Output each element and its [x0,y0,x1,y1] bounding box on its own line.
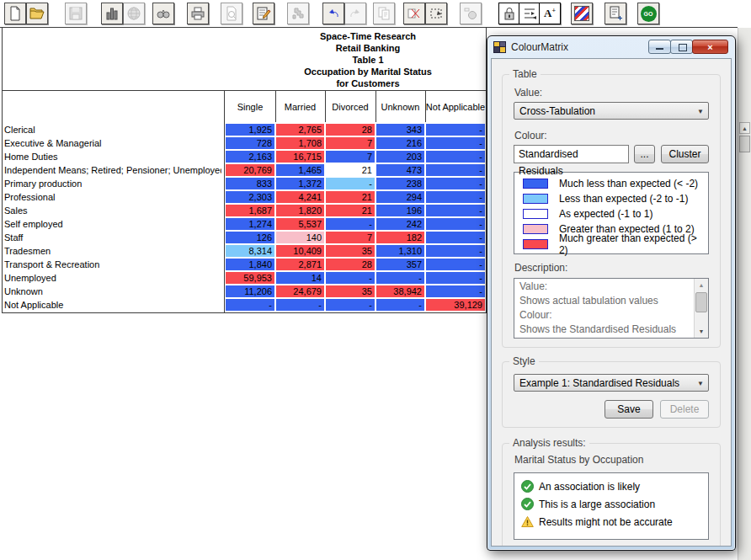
column-header[interactable]: Married [275,91,325,122]
table-cell: 14 [276,272,324,284]
row-label: Unknown [4,285,221,298]
table-row: Self employed1,2745,537-242- [3,217,486,231]
table-cell: 473 [376,164,424,176]
column-header[interactable]: Single [225,91,275,122]
clear-circle-icon [462,5,479,22]
view-chart-button[interactable] [101,3,123,24]
main-vertical-scrollbar[interactable]: ▲ [738,28,751,560]
print-button[interactable] [187,3,209,24]
colour-matrix-button[interactable] [571,3,593,24]
colour-matrix-icon [574,6,589,21]
table-row: Executive & Managerial7281,7087216- [3,136,486,150]
row-label: Sales [4,204,221,217]
analysis-result-text: This is a large association [539,499,655,510]
table-cell: 728 [226,137,274,149]
table-cell: 343 [376,124,424,136]
table-cell: 1,274 [226,218,274,230]
column-header[interactable]: Unknown [376,91,425,122]
table-cell: - [376,299,424,311]
scroll-down-icon[interactable]: ▼ [695,325,708,338]
go-button[interactable]: GO [637,3,659,24]
resize-table-button[interactable] [425,3,447,24]
table-bottom-border [2,312,487,313]
table-row: Transport & Recreation1,8402,87128357- [3,258,486,271]
table-row: Not Applicable----39,129 [3,298,486,312]
close-icon[interactable]: × [692,40,728,54]
table-cell: 203 [376,151,424,163]
colour-input[interactable]: Standardised Residuals [514,145,629,163]
table-row: Unemployed59,95314--- [3,271,486,285]
header-separator [325,91,326,122]
legend-swatch-much_less [523,179,548,189]
copy-icon [376,5,392,22]
table-cell: - [426,191,485,203]
legend-item: Much less than expected (< -2) [514,176,708,191]
toolbar: A+GO [0,0,751,27]
main-window: A+GO Space-Time ResearchRetail BankingTa… [0,0,751,560]
column-header[interactable]: Divorced [325,91,376,122]
table-cell: - [426,232,485,243]
save-button[interactable]: Save [605,400,653,419]
table-cell: - [426,218,485,230]
legend-label: As expected (-1 to 1) [559,208,652,220]
new-table-window-button[interactable] [605,3,626,24]
edit-annotations-button[interactable] [253,3,274,24]
table-cell: 294 [376,191,424,203]
table-cell: 1,820 [276,205,324,216]
description-scrollbar[interactable]: ▲ ▼ [694,279,708,338]
table-cell: 216 [376,137,424,149]
column-header[interactable]: Not Applicable [425,91,486,122]
analysis-result-item: An association is likely [521,477,701,495]
analysis-results-list: An association is likelyThis is a large … [514,472,709,540]
tools-button [287,3,309,24]
table-cell: 2,765 [276,124,324,136]
legend-swatch-as_expected [523,209,548,219]
table-group: Table Value: Cross-Tabulation ▼ Colour: … [502,74,721,348]
check-icon [521,480,534,493]
table-row: Professional2,3034,24121294- [3,190,486,204]
font-size-button[interactable]: A+ [539,3,561,24]
scrollbar-thumb[interactable] [695,292,707,312]
open-button[interactable] [26,3,48,24]
table-cell: 59,953 [226,272,274,284]
undo-button[interactable] [322,3,344,24]
cluster-button[interactable]: Cluster [661,145,709,163]
table-cell: 38,942 [376,285,424,297]
table-row: Staff1261407182- [3,231,486,244]
dialog-titlebar[interactable]: ColourMatrix × [487,36,735,58]
table-cell: - [426,205,485,216]
table-cell: 2,303 [226,191,274,203]
font-size-icon: A+ [544,7,556,20]
scroll-up-icon[interactable]: ▲ [695,279,708,291]
table-row: Primary production8331,372-238- [3,177,486,190]
value-dropdown[interactable]: Cross-Tabulation ▼ [514,102,709,120]
header-separator [376,91,376,122]
field-order-button[interactable] [519,3,541,24]
minimize-icon[interactable] [648,40,671,54]
table-cell: - [326,218,375,230]
table-row: Home Duties2,16316,7157203- [3,150,486,163]
table-cell: - [426,164,485,176]
find-icon [155,5,172,22]
scrollbar-thumb[interactable] [739,136,750,152]
row-label: Staff [4,231,221,244]
lock-table-button[interactable] [498,3,520,24]
style-dropdown-text: Example 1: Standardised Residuals [519,377,679,389]
table-cell: 5,537 [276,218,324,230]
row-label: Tradesmen [4,244,221,258]
maximize-icon[interactable] [670,40,693,54]
value-dropdown-text: Cross-Tabulation [519,105,595,117]
description-text: Value:Shows actual tabulation valuesColo… [514,279,708,339]
redo-button [344,3,366,24]
table-cell: 28 [326,124,375,136]
delete-selection-button[interactable] [403,3,425,24]
find-button[interactable] [152,3,174,24]
legend-swatch-much_greater [523,239,548,249]
ellipsis-button[interactable]: ... [634,145,655,163]
scroll-up-icon[interactable]: ▲ [739,122,750,134]
table-cell: 24,679 [276,285,324,297]
new-document-button[interactable] [4,3,26,24]
data-rows: Clerical1,9252,76528343-Executive & Mana… [3,123,486,312]
style-dropdown[interactable]: Example 1: Standardised Residuals ▼ [514,374,709,392]
table-cell: 1,687 [226,205,274,216]
